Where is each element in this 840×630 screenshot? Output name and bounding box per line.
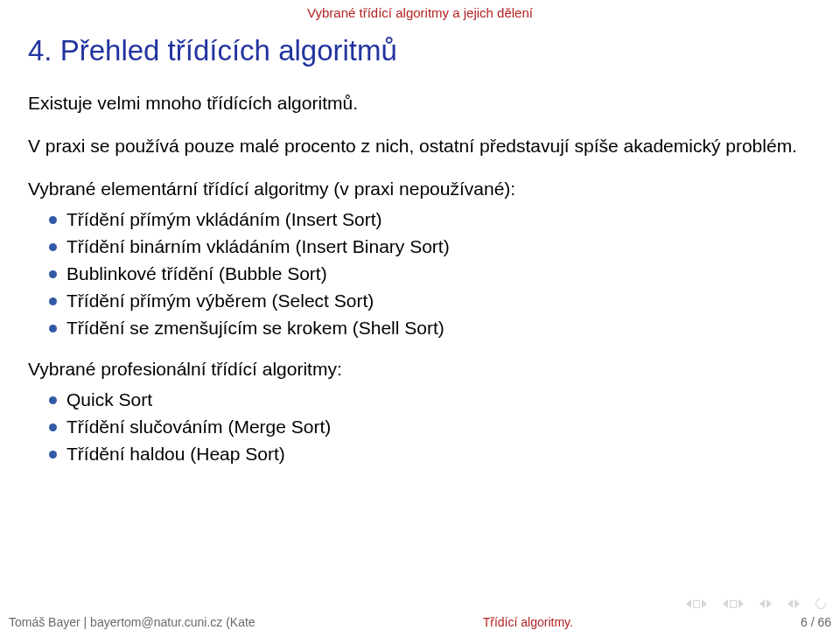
triangle-left-icon xyxy=(760,599,765,608)
nav-prev-sub[interactable] xyxy=(723,599,744,608)
footer-author: Tomáš Bayer | bayertom@natur.cuni.cz (Ka… xyxy=(9,615,256,629)
footer-title: Třídící algoritmy. xyxy=(483,615,573,629)
list-item: Třídění slučováním (Merge Sort) xyxy=(28,415,812,440)
list-item: Třídění haldou (Heap Sort) xyxy=(28,442,812,467)
slide-title: 4. Přehled třídících algoritmů xyxy=(28,32,812,68)
list2-heading: Vybrané profesionální třídící algoritmy: xyxy=(28,357,812,382)
list1-heading: Vybrané elementární třídící algoritmy (v… xyxy=(28,177,812,202)
nav-next-slide[interactable] xyxy=(788,599,800,608)
triangle-right-icon xyxy=(738,599,744,608)
nav-prev-slide[interactable] xyxy=(760,599,772,608)
elementary-algorithms-list: Třídění přímým vkládáním (Insert Sort) T… xyxy=(28,207,812,341)
list-item: Bublinkové třídění (Bubble Sort) xyxy=(28,262,812,287)
square-icon xyxy=(730,600,737,608)
paragraph-1: Existuje velmi mnoho třídících algoritmů… xyxy=(28,91,812,116)
professional-algorithms-list: Quick Sort Třídění slučováním (Merge Sor… xyxy=(28,388,812,467)
nav-controls xyxy=(686,598,826,609)
section-header: Vybrané třídící algoritmy a jejich dělen… xyxy=(28,5,812,20)
triangle-right-icon xyxy=(794,599,800,608)
triangle-left-icon xyxy=(723,599,728,608)
content-area: Existuje velmi mnoho třídících algoritmů… xyxy=(28,91,812,467)
paragraph-2: V praxi se používá pouze malé procento z… xyxy=(28,134,812,159)
triangle-right-icon xyxy=(766,599,772,608)
list-item: Třídění přímým vkládáním (Insert Sort) xyxy=(28,207,812,233)
triangle-left-icon xyxy=(788,599,793,608)
triangle-left-icon xyxy=(686,599,691,608)
slide-footer: Tomáš Bayer | bayertom@natur.cuni.cz (Ka… xyxy=(0,609,840,630)
list-item: Třídění binárním vkládáním (Insert Binar… xyxy=(28,234,812,260)
list-item: Třídění přímým výběrem (Select Sort) xyxy=(28,289,812,314)
list-item: Třídění se zmenšujícím se krokem (Shell … xyxy=(28,316,812,341)
slide-body: Vybrané třídící algoritmy a jejich dělen… xyxy=(0,5,840,630)
square-icon xyxy=(693,600,700,608)
nav-prev-section[interactable] xyxy=(686,599,707,608)
triangle-right-icon xyxy=(702,599,707,608)
footer-page-number: 6 / 66 xyxy=(801,615,831,629)
list-item: Quick Sort xyxy=(28,388,812,413)
